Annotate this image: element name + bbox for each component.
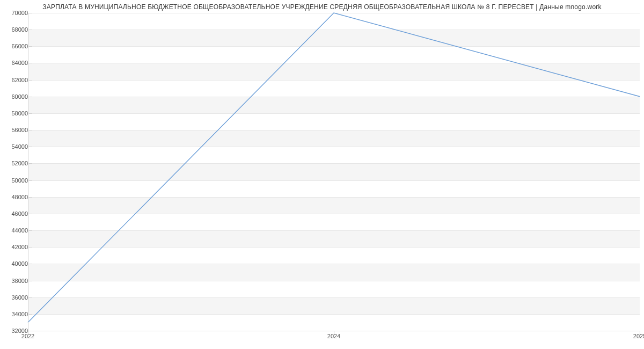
y-tick-label: 52000 [4,160,28,166]
y-tick [29,297,32,298]
chart-area [28,13,640,331]
y-tick-label: 50000 [4,177,28,184]
y-tick [29,130,32,130]
x-tick [334,331,334,334]
y-tick-label: 38000 [4,278,28,284]
y-tick [29,113,32,114]
y-tick [29,247,32,248]
y-tick-label: 40000 [4,260,28,267]
y-tick [29,230,32,231]
y-tick [29,147,32,147]
y-tick [29,97,32,97]
y-tick-label: 34000 [4,311,28,317]
y-tick-label: 68000 [4,26,28,33]
y-tick [29,264,32,264]
y-tick [29,30,32,30]
y-tick [29,46,32,47]
y-tick-label: 64000 [4,60,28,66]
y-tick [29,180,32,181]
y-tick-label: 42000 [4,244,28,250]
y-tick [29,163,32,164]
y-tick [29,281,32,281]
y-tick-label: 54000 [4,143,28,150]
y-tick [29,314,32,315]
chart-title: ЗАРПЛАТА В МУНИЦИПАЛЬНОЕ БЮДЖЕТНОЕ ОБЩЕО… [0,0,644,11]
y-tick [29,80,32,81]
y-tick [29,13,32,13]
y-tick-label: 60000 [4,93,28,100]
y-tick [29,63,32,63]
y-axis [28,13,28,331]
y-tick-label: 36000 [4,294,28,301]
x-tick [28,331,28,334]
y-tick-label: 70000 [4,10,28,16]
y-tick-label: 56000 [4,127,28,133]
x-tick-label: 2025 [633,333,644,339]
y-tick-label: 46000 [4,210,28,217]
y-tick [29,197,32,198]
series-line [28,13,640,322]
y-tick-label: 48000 [4,194,28,200]
y-tick-label: 44000 [4,227,28,234]
y-tick-label: 62000 [4,77,28,83]
y-tick-label: 58000 [4,110,28,117]
y-tick [29,214,32,214]
x-tick [640,331,640,334]
y-tick [29,331,32,331]
y-tick-label: 66000 [4,43,28,49]
